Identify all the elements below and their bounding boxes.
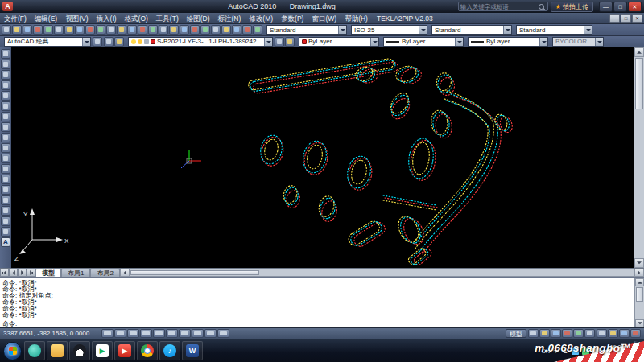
dropdown-arrow-icon[interactable] (338, 26, 346, 34)
folder-explorer-icon[interactable] (47, 341, 68, 360)
minimize-button[interactable]: — (599, 2, 613, 12)
dropdown-arrow-icon[interactable] (264, 38, 272, 46)
vertical-scrollbar[interactable] (634, 47, 644, 268)
menu-item[interactable]: 编辑(E) (31, 13, 61, 23)
design-center-icon[interactable] (200, 25, 210, 35)
cmd-scroll-down-button[interactable] (635, 319, 644, 327)
command-window[interactable]: 命令: *取消*命令: *取消*命令: 指定对角点:命令: *取消*命令: *取… (0, 277, 644, 327)
command-scrollbar[interactable] (634, 278, 644, 327)
search-input[interactable] (460, 3, 537, 10)
qq-music-icon[interactable]: ♪ (159, 341, 180, 360)
polygon-icon[interactable] (1, 80, 10, 90)
table-icon[interactable] (1, 227, 10, 237)
zoom-window-icon[interactable] (169, 25, 179, 35)
otrack-icon[interactable] (166, 329, 178, 338)
zoom-previous-icon[interactable] (180, 25, 189, 35)
search-icon[interactable] (539, 4, 544, 10)
player-red-icon[interactable]: ▶ (114, 341, 135, 360)
table-style-combo[interactable]: Standard (431, 25, 512, 35)
grid-icon[interactable] (114, 329, 126, 338)
vscroll-thumb[interactable] (635, 58, 643, 109)
layer-combo[interactable]: S-B2021-LYF-3-...1-LPH-1-389242 (128, 37, 273, 47)
child-close-button[interactable]: ✕ (632, 14, 642, 23)
iqiyi-icon[interactable]: ▶ (92, 341, 113, 360)
revision-cloud-icon[interactable] (1, 122, 10, 132)
hscroll-thumb[interactable] (130, 270, 259, 275)
child-minimize-button[interactable]: — (609, 14, 620, 23)
tab-model[interactable]: 模型 (35, 269, 61, 277)
dim-style-combo[interactable]: ISO-25 (351, 25, 427, 35)
scroll-down-button[interactable] (634, 258, 644, 268)
insert-block-icon[interactable] (1, 164, 10, 174)
workspace-settings-icon[interactable] (93, 37, 102, 47)
workspace-combo[interactable]: AutoCAD 经典 (4, 37, 91, 47)
layer-properties-manager-icon[interactable] (104, 37, 114, 47)
clean-screen-icon[interactable] (630, 329, 641, 338)
model-space-button[interactable]: 模型 (506, 329, 526, 338)
command-prompt-row[interactable]: 命令: (2, 319, 633, 327)
layer-on-icon[interactable] (131, 39, 136, 44)
plot-icon[interactable] (33, 25, 43, 35)
tab-layout1[interactable]: 布局1 (61, 269, 90, 277)
menu-item[interactable]: 插入(I) (93, 13, 121, 23)
layer-lock-icon[interactable] (144, 39, 149, 44)
layer-previous-icon[interactable] (285, 37, 295, 47)
polyline-icon[interactable] (1, 70, 10, 80)
text-style-combo[interactable]: Standard (266, 25, 347, 35)
lineweight-combo[interactable]: ByLayer (468, 37, 548, 47)
browser-360-icon[interactable] (24, 341, 45, 360)
region-icon[interactable] (1, 216, 10, 226)
steering-wheels-icon[interactable] (573, 329, 584, 338)
redo-icon[interactable] (138, 25, 147, 35)
copy-icon[interactable] (85, 25, 95, 35)
point-icon[interactable] (1, 185, 10, 195)
toolbar-lock-icon[interactable] (608, 329, 618, 338)
osnap-icon[interactable] (153, 329, 165, 338)
scroll-up-button[interactable] (634, 47, 644, 57)
start-button[interactable] (3, 342, 22, 360)
workspace-switching-icon[interactable] (597, 329, 607, 338)
autocad-logo-icon[interactable]: A (2, 2, 13, 11)
ortho-icon[interactable] (127, 329, 139, 338)
3d-dwf-icon[interactable] (64, 25, 74, 35)
menu-item[interactable]: 修改(M) (245, 13, 277, 23)
model-canvas[interactable]: Y X Z (11, 47, 634, 268)
quick-view-layouts-icon[interactable] (539, 329, 550, 338)
scroll-left-button[interactable] (121, 269, 130, 276)
show-motion-icon[interactable] (584, 329, 595, 338)
tab-layout2[interactable]: 布局2 (90, 269, 119, 277)
dropdown-arrow-icon[interactable] (370, 38, 378, 46)
arc-icon[interactable] (1, 101, 10, 111)
qq-icon[interactable] (69, 341, 90, 360)
infocenter-searchbox[interactable] (458, 2, 548, 11)
tab-scroll-next-button[interactable] (18, 269, 27, 277)
snap-icon[interactable] (101, 329, 114, 338)
menu-item-plugin[interactable]: TEKLA2PIP V2.03 (372, 13, 438, 24)
tab-scroll-prev-button[interactable] (9, 269, 18, 277)
coordinates-display[interactable]: 3387.6651, -382.1585, 0.0000 (3, 330, 98, 337)
make-object-layer-current-icon[interactable] (275, 37, 284, 47)
pan-realtime-icon[interactable] (148, 25, 158, 35)
maximize-button[interactable]: □ (613, 2, 627, 12)
scroll-right-button[interactable] (634, 269, 643, 276)
tool-palettes-icon[interactable] (211, 25, 221, 35)
ellipse-icon[interactable] (1, 143, 10, 153)
close-button[interactable]: ✕ (628, 2, 642, 12)
dropdown-arrow-icon[interactable] (455, 38, 463, 46)
dropdown-arrow-icon[interactable] (503, 26, 511, 34)
open-icon[interactable] (12, 25, 22, 35)
tab-scroll-first-button[interactable] (0, 269, 9, 277)
match-properties-icon[interactable] (106, 25, 116, 35)
spline-icon[interactable] (1, 133, 10, 142)
construction-line-icon[interactable] (1, 60, 10, 69)
block-editor-icon[interactable] (117, 25, 126, 35)
layer-freeze-icon[interactable] (138, 39, 142, 44)
properties-icon[interactable] (190, 25, 200, 35)
cut-icon[interactable] (75, 25, 85, 35)
menu-item[interactable]: 绘图(D) (183, 13, 214, 23)
rectangle-icon[interactable] (1, 91, 10, 101)
sheet-set-manager-icon[interactable] (221, 25, 231, 35)
layer-states-icon[interactable] (114, 37, 124, 47)
dropdown-arrow-icon[interactable] (539, 38, 547, 46)
zoom-icon[interactable] (562, 329, 572, 338)
